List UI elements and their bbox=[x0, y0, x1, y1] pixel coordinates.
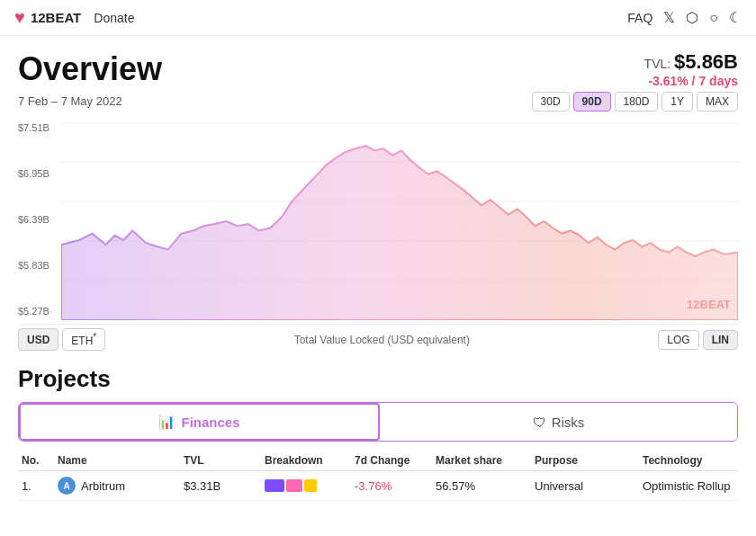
header-right: FAQ 𝕏 ⬡ ○ ☾ bbox=[627, 9, 742, 26]
y-label-5: $5.27B bbox=[18, 306, 50, 317]
logo: ♥ 12BEAT bbox=[14, 7, 81, 28]
row-change: -3.76% bbox=[351, 479, 432, 493]
chart-left-controls: USD ETH* bbox=[18, 328, 105, 351]
tvl-value: $5.86B bbox=[674, 50, 738, 73]
row-no: 1. bbox=[18, 479, 54, 493]
bar-seg-2 bbox=[286, 479, 302, 492]
y-label-1: $7.51B bbox=[18, 122, 50, 133]
col-header-purpose: Purpose bbox=[531, 454, 639, 467]
row-name: A Arbitrum bbox=[54, 477, 180, 495]
tvl-label: TVL: bbox=[644, 57, 674, 71]
col-header-tvl: TVL bbox=[180, 454, 261, 467]
main-content: Overview TVL: $5.86B -3.61% / 7 days 7 F… bbox=[0, 36, 756, 501]
bar-seg-1 bbox=[265, 479, 284, 492]
chart-container: $7.51B $6.95B $6.39B $5.83B $5.27B bbox=[18, 122, 738, 320]
breakdown-bar bbox=[265, 479, 347, 492]
overview-header: Overview TVL: $5.86B -3.61% / 7 days bbox=[18, 50, 738, 88]
col-header-change: 7d Change bbox=[351, 454, 432, 467]
github-icon[interactable]: ○ bbox=[709, 10, 718, 26]
time-btn-1y[interactable]: 1Y bbox=[662, 92, 693, 112]
chart-svg bbox=[61, 122, 738, 320]
time-controls: 30D 90D 180D 1Y MAX bbox=[532, 92, 738, 112]
y-label-2: $6.95B bbox=[18, 168, 50, 179]
row-market-share: 56.57% bbox=[432, 479, 531, 493]
row-breakdown bbox=[261, 479, 351, 492]
faq-link[interactable]: FAQ bbox=[627, 11, 652, 25]
lin-button[interactable]: LIN bbox=[703, 330, 738, 350]
risks-icon: 🛡 bbox=[533, 415, 546, 430]
date-range: 7 Feb – 7 May 2022 bbox=[18, 94, 122, 108]
col-header-name: Name bbox=[54, 454, 180, 467]
time-btn-180d[interactable]: 180D bbox=[615, 92, 659, 112]
finances-icon: 📊 bbox=[158, 414, 176, 430]
dark-mode-toggle[interactable]: ☾ bbox=[729, 9, 742, 26]
eth-button[interactable]: ETH* bbox=[62, 328, 105, 351]
arbitrum-icon: A bbox=[58, 477, 76, 495]
time-btn-30d[interactable]: 30D bbox=[532, 92, 570, 112]
table-header: No. Name TVL Breakdown 7d Change Market … bbox=[18, 451, 738, 471]
logo-number: 12 bbox=[31, 10, 46, 25]
chart-axis-label: Total Value Locked (USD equivalent) bbox=[105, 334, 658, 346]
logo-heart-icon: ♥ bbox=[14, 7, 25, 28]
risks-label: Risks bbox=[552, 415, 585, 430]
row-technology: Optimistic Rollup bbox=[639, 479, 738, 493]
bar-seg-3 bbox=[304, 479, 317, 492]
tvl-change: -3.61% / 7 days bbox=[644, 74, 738, 88]
tab-finances[interactable]: 📊 Finances bbox=[19, 403, 380, 441]
row-purpose: Universal bbox=[531, 479, 639, 493]
projects-title: Projects bbox=[18, 365, 738, 393]
overview-title: Overview bbox=[18, 50, 162, 88]
time-btn-max[interactable]: MAX bbox=[697, 92, 738, 112]
chart-svg-area: 12BEAT bbox=[61, 122, 738, 320]
col-header-technology: Technology bbox=[639, 454, 738, 467]
chart-right-controls: LOG LIN bbox=[658, 330, 738, 350]
tvl-block: TVL: $5.86B -3.61% / 7 days bbox=[644, 50, 738, 88]
y-label-3: $6.39B bbox=[18, 214, 50, 225]
finances-label: Finances bbox=[181, 415, 239, 430]
table-row: 1. A Arbitrum $3.31B -3.76% 56.57% Unive… bbox=[18, 471, 738, 501]
col-header-market-share: Market share bbox=[432, 454, 531, 467]
col-header-breakdown: Breakdown bbox=[261, 454, 351, 467]
header: ♥ 12BEAT Donate FAQ 𝕏 ⬡ ○ ☾ bbox=[0, 0, 756, 36]
chart-y-labels: $7.51B $6.95B $6.39B $5.83B $5.27B bbox=[18, 122, 50, 320]
logo-text: 12BEAT bbox=[31, 10, 81, 25]
row-tvl: $3.31B bbox=[180, 479, 261, 493]
log-button[interactable]: LOG bbox=[658, 330, 698, 350]
donate-link[interactable]: Donate bbox=[94, 11, 134, 25]
chart-controls: USD ETH* Total Value Locked (USD equival… bbox=[18, 324, 738, 354]
project-name[interactable]: Arbitrum bbox=[81, 479, 125, 493]
col-header-no: No. bbox=[18, 454, 54, 467]
twitter-icon[interactable]: 𝕏 bbox=[663, 9, 675, 26]
discord-icon[interactable]: ⬡ bbox=[686, 9, 698, 26]
time-btn-90d[interactable]: 90D bbox=[573, 92, 611, 112]
project-tabs: 📊 Finances 🛡 Risks bbox=[18, 402, 738, 442]
y-label-4: $5.83B bbox=[18, 260, 50, 271]
chart-watermark: 12BEAT bbox=[687, 298, 731, 311]
usd-button[interactable]: USD bbox=[18, 328, 58, 351]
tab-risks[interactable]: 🛡 Risks bbox=[380, 403, 737, 441]
logo-beat: BEAT bbox=[46, 10, 82, 25]
